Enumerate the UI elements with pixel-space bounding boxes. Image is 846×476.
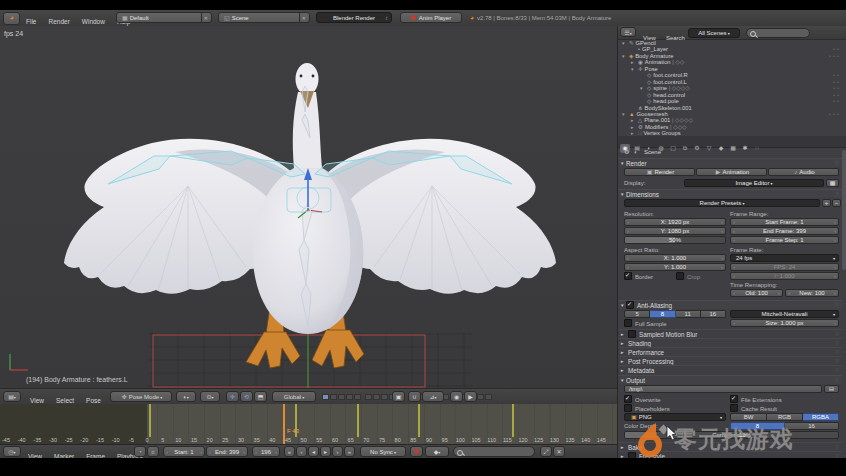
insert-keyframe-icon[interactable]: ⤢ (540, 446, 552, 457)
aspect-y-field[interactable]: Y: 1.000 (624, 263, 726, 271)
start-frame-field[interactable]: Start: 1 (163, 446, 205, 457)
shading-selector[interactable]: ◐▾ (176, 391, 196, 402)
pivot-selector[interactable]: ⊙▾ (200, 391, 220, 402)
anim-player-button[interactable]: Anim Player (400, 12, 462, 23)
mode-selector[interactable]: ✥Pose Mode ▾ (110, 391, 172, 402)
aspect-x-field[interactable]: X: 1.000 (624, 254, 726, 262)
samples-option-5[interactable]: 5 (624, 310, 650, 318)
render-presets-selector[interactable]: Render Presets ▾ (624, 199, 820, 207)
next-keyframe-button[interactable]: › (332, 446, 343, 457)
layer-toggle[interactable] (346, 394, 353, 400)
editor-type-selector[interactable]: ▤▾ (3, 391, 21, 402)
jump-start-button[interactable]: « (284, 446, 295, 457)
keyframe-marker[interactable] (418, 404, 420, 437)
file-extensions-checkbox[interactable]: File Extensions (730, 395, 782, 404)
file-browse-button[interactable]: ⊟ (824, 385, 839, 393)
panel-header-output[interactable]: ▼Output⠿ (618, 375, 842, 384)
aa-size-field[interactable]: Size: 1.000 px (730, 319, 839, 327)
layer-toggle[interactable] (322, 394, 329, 400)
panel-header-post-processing[interactable]: ►Post Processing⠿ (618, 356, 842, 365)
3d-viewport[interactable]: fps 24 (194) Body Armature : feathers.L (0, 26, 617, 388)
placeholders-checkbox[interactable]: Placeholders (624, 404, 670, 413)
layer-toggle[interactable] (373, 394, 380, 400)
outliner-search-input[interactable] (746, 28, 810, 38)
keyframe-marker[interactable] (357, 404, 359, 437)
remove-preset-button[interactable]: − (832, 199, 841, 207)
play-reverse-button[interactable]: ◂ (308, 446, 319, 457)
cache-result-checkbox[interactable]: Cache Result (730, 404, 777, 413)
timeline-editor[interactable]: F 43 -45-40-35-30-25-20-15-10-5051015202… (0, 404, 617, 445)
panel-header-sampled-motion-blur[interactable]: ►Sampled Motion Blur⠿ (618, 329, 842, 338)
border-checkbox[interactable]: Border (624, 272, 653, 281)
end-frame-field[interactable]: End Frame: 399 (730, 227, 839, 235)
panel-header-dimensions[interactable]: ▼Dimensions⠿ (618, 189, 842, 198)
render-audio-button[interactable]: ♪Audio (768, 168, 839, 176)
samples-option-8[interactable]: 8 (650, 310, 675, 318)
output-path-field[interactable]: /tmp\ (624, 385, 822, 393)
aa-check-icon[interactable] (626, 301, 634, 309)
timeline-editor-type-icon[interactable]: ◷▾ (3, 446, 21, 457)
overwrite-checkbox[interactable]: Overwrite (624, 395, 661, 404)
keying-search-input[interactable] (453, 446, 535, 457)
samples-option-11[interactable]: 11 (676, 310, 701, 318)
snap-magnet-icon[interactable]: ∪ (408, 391, 421, 402)
opengl-render-icon[interactable]: ◉ (450, 391, 463, 402)
play-button[interactable]: ▸ (320, 446, 331, 457)
prev-keyframe-button[interactable]: ‹ (296, 446, 307, 457)
keyframe-marker[interactable] (512, 404, 514, 437)
outliner-filter-selector[interactable]: All Scenes ▾ (688, 28, 740, 38)
aa-filter-selector[interactable]: Mitchell-Netravali▾ (730, 310, 839, 318)
delete-keyframe-icon[interactable]: ✕ (553, 446, 565, 457)
resolution-y-field[interactable]: Y: 1080 px (624, 227, 726, 235)
panel-header-render[interactable]: ▼Render⠿ (618, 158, 842, 167)
layer-toggle[interactable] (338, 394, 345, 400)
full-sample-checkbox[interactable]: Full Sample (624, 319, 667, 328)
close-scene-icon[interactable]: ✕ (299, 13, 308, 23)
resolution-percentage-slider[interactable]: 50% (624, 236, 726, 244)
fps-preset-selector[interactable]: 24 fps▾ (730, 254, 839, 262)
close-layout-icon[interactable]: ✕ (201, 13, 210, 23)
layer-toggle[interactable] (354, 394, 361, 400)
end-frame-field[interactable]: End: 399 (206, 446, 248, 457)
display-mode-selector[interactable]: Image Editor ▾ (684, 179, 824, 187)
scene-selector[interactable]: ◱Scene ✕ (218, 12, 310, 23)
render-engine-selector[interactable]: Blender Render (316, 12, 392, 23)
manipulator-rotate-icon[interactable]: ⟲ (240, 391, 253, 402)
orientation-selector[interactable]: Global ▾ (272, 391, 316, 402)
current-frame-field[interactable]: 196 (252, 446, 280, 457)
full-sample-check-icon[interactable] (624, 319, 632, 327)
panel-header-metadata[interactable]: ►Metadata⠿ (618, 365, 842, 374)
autokey-record-button[interactable] (410, 446, 423, 457)
sampled-motion-blur-check-icon[interactable] (628, 330, 636, 338)
border-check-icon[interactable] (624, 272, 632, 280)
properties-scrollbar[interactable] (842, 150, 846, 270)
extensions-check-icon[interactable] (730, 395, 738, 403)
jump-end-button[interactable]: » (344, 446, 355, 457)
display-screen-icon[interactable]: ▦ (826, 179, 839, 187)
resolution-x-field[interactable]: X: 1920 px (624, 218, 726, 226)
crop-checkbox[interactable]: Crop (676, 272, 700, 281)
panel-header-performance[interactable]: ►Performance⠿ (618, 347, 842, 356)
panel-header-anti-aliasing[interactable]: ▼Anti-Aliasing⠿ (618, 300, 842, 309)
snap-element-selector[interactable]: ⊿▾ (422, 391, 444, 402)
render-animation-button[interactable]: ▶Animation (696, 168, 767, 176)
start-frame-field[interactable]: Start Frame: 1 (730, 218, 839, 226)
layer-toggle[interactable] (477, 394, 484, 400)
placeholders-check-icon[interactable] (624, 404, 632, 412)
panel-header-shading[interactable]: ►Shading⠿ (618, 338, 842, 347)
layer-toggle[interactable] (365, 394, 372, 400)
opengl-render-anim-icon[interactable]: ▶ (464, 391, 477, 402)
render-button[interactable]: ▣Render (624, 168, 695, 176)
cache-check-icon[interactable] (730, 404, 738, 412)
frame-locks-icon[interactable]: ⌗ (147, 446, 159, 457)
add-preset-button[interactable]: + (822, 199, 831, 207)
keyframe-marker[interactable] (149, 404, 151, 437)
remap-new-field[interactable]: New: 100 (785, 289, 839, 297)
fps-base-field[interactable]: /: 1.000 (730, 272, 839, 280)
overwrite-check-icon[interactable] (624, 395, 632, 403)
samples-option-16[interactable]: 16 (701, 310, 726, 318)
fps-field[interactable]: FPS: 24 (730, 263, 839, 271)
outliner-editor-type-icon[interactable]: ☰▾ (620, 27, 636, 37)
preview-range-icon[interactable]: ◔ (134, 446, 146, 457)
frame-step-field[interactable]: Frame Step: 1 (730, 236, 839, 244)
